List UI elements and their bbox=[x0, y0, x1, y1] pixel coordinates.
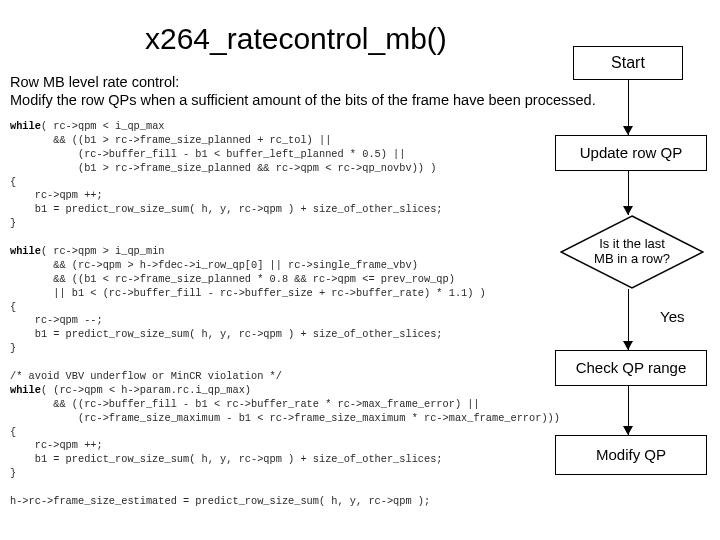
arrow-head-icon bbox=[623, 341, 633, 350]
arrow-head-icon bbox=[623, 206, 633, 215]
flow-check-range-node: Check QP range bbox=[555, 350, 707, 386]
flow-update-qp-label: Update row QP bbox=[580, 144, 683, 161]
flow-yes-label: Yes bbox=[660, 308, 684, 325]
description-line-2: Modify the row QPs when a sufficient amo… bbox=[10, 92, 596, 108]
flow-modify-qp-node: Modify QP bbox=[555, 435, 707, 475]
arrow-head-icon bbox=[623, 126, 633, 135]
flow-modify-qp-label: Modify QP bbox=[596, 446, 666, 463]
flow-decision-label: Is it the lastMB in a row? bbox=[560, 215, 704, 289]
flow-decision-node: Is it the lastMB in a row? bbox=[560, 215, 704, 289]
code-listing: while( rc->qpm < i_qp_max && ((b1 > rc->… bbox=[10, 120, 560, 509]
page-title: x264_ratecontrol_mb() bbox=[145, 22, 447, 56]
flow-start-node: Start bbox=[573, 46, 683, 80]
flow-check-range-label: Check QP range bbox=[576, 359, 687, 376]
arrow-head-icon bbox=[623, 426, 633, 435]
flow-update-qp-node: Update row QP bbox=[555, 135, 707, 171]
description-line-1: Row MB level rate control: bbox=[10, 74, 179, 90]
flow-start-label: Start bbox=[611, 54, 645, 72]
